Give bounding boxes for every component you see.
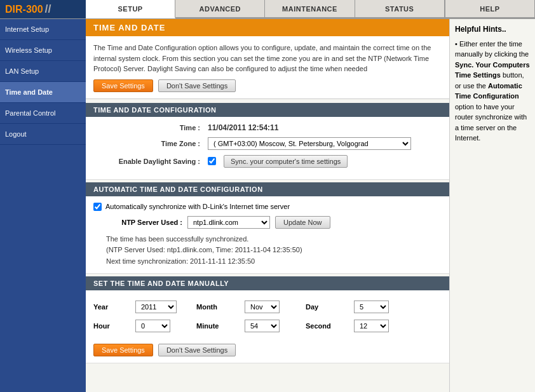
brand-model: DIR-300: [5, 4, 43, 15]
minute-label: Minute: [196, 322, 241, 330]
day-select[interactable]: 12345678910: [354, 301, 389, 313]
ntp-row: NTP Server Used : ntp1.dlink.com ntp2.dl…: [106, 216, 442, 229]
sidebar-item-wireless-setup[interactable]: Wireless Setup: [0, 40, 86, 61]
intro-btn-row: Save Settings Don't Save Settings: [93, 79, 442, 92]
help-title: Helpful Hints..: [455, 24, 530, 35]
nav-tab-status[interactable]: STATUS: [355, 0, 445, 18]
save-settings-button-top[interactable]: Save Settings: [93, 79, 153, 92]
dont-save-settings-button-bottom[interactable]: Don't Save Settings: [158, 344, 236, 356]
brand-logo: DIR-300 //: [0, 0, 86, 18]
main-nav: SETUP ADVANCED MAINTENANCE STATUS HELP: [86, 0, 535, 18]
sync-status: The time has been successfully synchroni…: [106, 234, 442, 267]
time-label: Time :: [93, 124, 208, 132]
sidebar: Internet Setup Wireless Setup LAN Setup …: [0, 19, 86, 392]
manual-btn-row: Save Settings Don't Save Settings: [93, 341, 442, 356]
dont-save-settings-button-top[interactable]: Don't Save Settings: [158, 79, 236, 92]
auto-sync-label: Automatically synchronize with D-Link's …: [105, 203, 290, 210]
daylight-checkbox[interactable]: [208, 157, 216, 165]
auto-sync-row: Automatically synchronize with D-Link's …: [93, 203, 442, 211]
intro-section: The Time and Date Configuration option a…: [86, 36, 449, 99]
timezone-row: Time Zone : ( GMT+03:00) Moscow, St. Pet…: [93, 137, 442, 150]
time-value: 11/04/2011 12:54:11: [208, 123, 278, 132]
page-title-bar: TIME AND DATE: [86, 19, 449, 36]
auto-sync-checkbox[interactable]: [93, 203, 102, 211]
sidebar-item-logout[interactable]: Logout: [0, 124, 86, 145]
nav-tab-maintenance[interactable]: MAINTENANCE: [265, 0, 355, 18]
sync-computer-time-button[interactable]: Sync. your computer's time settings: [224, 155, 348, 168]
sidebar-item-parental-control[interactable]: Parental Control: [0, 103, 86, 124]
month-label: Month: [196, 303, 241, 311]
time-row: Time : 11/04/2011 12:54:11: [93, 123, 442, 132]
second-label: Second: [306, 322, 350, 330]
sidebar-item-lan-setup[interactable]: LAN Setup: [0, 61, 86, 82]
timezone-label: Time Zone :: [93, 140, 208, 147]
hour-select[interactable]: 0123456789101112: [135, 320, 170, 332]
minute-select[interactable]: 0102030405054: [245, 320, 280, 332]
sidebar-item-internet-setup[interactable]: Internet Setup: [0, 19, 86, 40]
year-select[interactable]: 2011 2012 2013: [135, 301, 177, 313]
brand-slashes: //: [45, 3, 51, 16]
ntp-server-select[interactable]: ntp1.dlink.com ntp2.dlink.com ntp3.dlink…: [187, 216, 270, 229]
save-settings-button-bottom[interactable]: Save Settings: [93, 344, 153, 356]
sidebar-item-time-and-date[interactable]: Time and Date: [0, 82, 86, 103]
nav-tab-advanced[interactable]: ADVANCED: [175, 0, 265, 18]
manual-config-section: Year 2011 2012 2013 Month JanFebMarAprMa…: [86, 290, 449, 363]
nav-tab-help[interactable]: HELP: [445, 0, 535, 18]
time-date-config-header: TIME AND DATE CONFIGURATION: [86, 103, 449, 117]
update-now-button[interactable]: Update Now: [275, 216, 330, 229]
help-text: • Either enter the time manually by clic…: [455, 39, 530, 144]
time-date-config-section: Time : 11/04/2011 12:54:11 Time Zone : (…: [86, 117, 449, 180]
second-select[interactable]: 05101215202530: [354, 320, 389, 332]
help-panel: Helpful Hints.. • Either enter the time …: [449, 19, 535, 392]
help-bold-2: Automatic Time Configuration: [455, 82, 522, 100]
nav-tab-setup[interactable]: SETUP: [86, 0, 175, 18]
year-label: Year: [93, 303, 132, 311]
auto-config-section: Automatically synchronize with D-Link's …: [86, 196, 449, 274]
sync-status-line3: Next time synchronization: 2011-11-11 12…: [106, 256, 442, 267]
page-title: TIME AND DATE: [93, 23, 442, 32]
intro-text: The Time and Date Configuration option a…: [93, 43, 442, 74]
manual-config-header: SET THE TIME AND DATE MANUALLY: [86, 276, 449, 290]
help-bold-1: Sync. Your Computers Time Settings: [455, 61, 530, 79]
day-label: Day: [306, 303, 350, 311]
daylight-label: Enable Daylight Saving :: [93, 158, 208, 165]
month-select[interactable]: JanFebMarAprMayJunJulAugSepOctNovDec: [245, 301, 280, 313]
hour-label: Hour: [93, 322, 132, 330]
sync-status-line2: (NTP Server Used: ntp1.dlink.com, Time: …: [106, 245, 442, 256]
auto-config-header: AUTOMATIC TIME AND DATE CONFIGURATION: [86, 182, 449, 196]
daylight-row: Enable Daylight Saving : Sync. your comp…: [93, 155, 442, 168]
ntp-label: NTP Server Used :: [106, 219, 182, 226]
timezone-select[interactable]: ( GMT+03:00) Moscow, St. Petersburg, Vol…: [208, 137, 411, 150]
sync-status-line1: The time has been successfully synchroni…: [106, 234, 442, 245]
main-content: TIME AND DATE The Time and Date Configur…: [86, 19, 449, 392]
